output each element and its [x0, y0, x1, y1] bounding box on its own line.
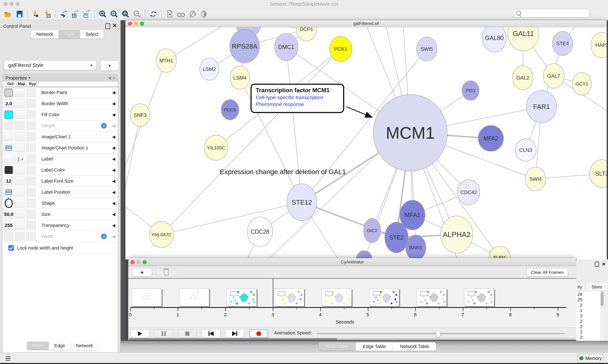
bypass-cell[interactable]: [26, 199, 36, 208]
default-value-cell[interactable]: 255: [4, 221, 14, 230]
tab-edge-table[interactable]: Edge Table: [356, 342, 393, 351]
column-stress[interactable]: Stres: [592, 285, 602, 289]
network-node[interactable]: STE12: [287, 184, 317, 221]
skip-end-button[interactable]: [225, 329, 244, 338]
mapping-cell[interactable]: [15, 221, 25, 230]
clear-all-frames-button[interactable]: Clear All Frames: [527, 268, 568, 277]
network-node[interactable]: ALPHA2: [441, 216, 473, 253]
expand-property-icon[interactable]: ◀: [112, 101, 115, 106]
network-node[interactable]: MTH1: [156, 49, 176, 72]
frame-thumbnail[interactable]: [369, 288, 399, 306]
column-ity[interactable]: ity: [578, 285, 582, 289]
frame-thumbnail[interactable]: [464, 288, 494, 306]
scrollbar-thumb[interactable]: [129, 338, 337, 340]
stop-button[interactable]: [178, 329, 197, 338]
network-node[interactable]: STE4: [553, 31, 573, 56]
export-table-icon[interactable]: [71, 10, 79, 18]
mapping-cell[interactable]: [15, 110, 25, 119]
mapping-cell[interactable]: ⋮›: [15, 155, 25, 163]
expand-property-icon[interactable]: ◀: [112, 168, 115, 172]
network-edge[interactable]: [125, 115, 140, 260]
info-icon[interactable]: i: [101, 123, 107, 129]
playhead[interactable]: [273, 279, 273, 308]
mapping-cell[interactable]: [15, 143, 25, 152]
mapping-cell[interactable]: [15, 132, 25, 141]
default-value-cell[interactable]: [4, 110, 14, 119]
annotation-link[interactable]: Pheromone response: [256, 101, 339, 107]
network-node[interactable]: SWI5: [416, 37, 437, 61]
animation-speed-slider[interactable]: [317, 333, 565, 334]
export-image-icon[interactable]: [82, 10, 91, 18]
expand-property-icon[interactable]: ◀: [112, 112, 115, 117]
save-session-icon[interactable]: [15, 10, 24, 18]
style-options-button[interactable]: ▾: [100, 60, 119, 71]
float-panel-icon[interactable]: [595, 262, 599, 267]
network-node[interactable]: PIS1: [462, 81, 479, 100]
mapping-cell[interactable]: [15, 210, 25, 219]
tab-select[interactable]: Select: [80, 30, 104, 39]
expand-property-icon[interactable]: ◀: [112, 212, 115, 217]
property-row[interactable]: 50.0Size◀: [2, 209, 118, 220]
pause-button[interactable]: [154, 329, 173, 338]
hide-details-icon[interactable]: [188, 10, 197, 18]
panel-list-button[interactable]: [2, 354, 14, 363]
property-row[interactable]: 255Transparency◀: [2, 220, 118, 231]
network-node[interactable]: FAR1: [526, 91, 557, 123]
mapping-cell[interactable]: [15, 88, 25, 97]
lock-size-checkbox[interactable]: [8, 245, 14, 251]
table-cell[interactable]: 2: [576, 329, 582, 335]
property-row[interactable]: Fill Color◀: [2, 109, 118, 120]
mapping-cell[interactable]: [15, 199, 25, 208]
table-cell[interactable]: 2: [576, 335, 582, 340]
network-node[interactable]: MFA2: [478, 125, 503, 151]
property-row[interactable]: Label Position◀: [2, 187, 118, 198]
expand-property-icon[interactable]: ◀: [112, 145, 115, 150]
default-value-cell[interactable]: [4, 143, 14, 152]
network-node[interactable]: CLN3: [515, 139, 536, 161]
tab-network-style[interactable]: Network: [71, 341, 98, 350]
network-node[interactable]: LSM4: [230, 66, 250, 89]
zoom-fit-icon[interactable]: [121, 10, 130, 18]
default-value-cell[interactable]: [4, 232, 14, 241]
annotation-link[interactable]: Cell-type-specific transcription: [256, 95, 339, 100]
style-selector[interactable]: galFiltered Style ▾: [4, 60, 97, 70]
property-row[interactable]: Label Color◀: [2, 165, 118, 176]
frame-thumbnail[interactable]: [274, 288, 304, 306]
default-value-cell[interactable]: 2.0: [4, 99, 14, 108]
table-cell[interactable]: 2: [576, 303, 582, 308]
bypass-cell[interactable]: [26, 210, 36, 219]
info-icon[interactable]: i: [101, 234, 107, 239]
table-cell[interactable]: 1: [576, 308, 582, 313]
network-node[interactable]: YNL047C: [149, 221, 174, 247]
bypass-cell[interactable]: [26, 143, 36, 152]
timeline[interactable]: 0123456789 Seconds: [128, 279, 576, 327]
table-cell[interactable]: 2: [576, 324, 582, 329]
open-session-icon[interactable]: [4, 10, 13, 18]
property-row[interactable]: ⋮›Label◀: [2, 154, 118, 165]
property-row[interactable]: Image/Chart Position 1◀: [2, 143, 118, 154]
frame-thumbnail[interactable]: [132, 288, 162, 306]
network-node[interactable]: GAL80: [482, 27, 506, 52]
default-value-cell[interactable]: [4, 166, 14, 174]
import-table-icon[interactable]: [43, 10, 52, 18]
table-cell[interactable]: 2: [576, 313, 582, 318]
property-row[interactable]: Border Paint◀: [2, 87, 118, 98]
network-node[interactable]: HAP2: [591, 32, 607, 58]
expand-property-icon[interactable]: ◀: [112, 134, 115, 139]
frame-thumbnail[interactable]: [322, 288, 352, 306]
network-node[interactable]: SNF3: [130, 104, 150, 127]
network-node[interactable]: YIL105C: [204, 135, 228, 160]
bypass-cell[interactable]: [26, 99, 36, 108]
tab-node[interactable]: Node: [27, 341, 49, 350]
expand-property-icon[interactable]: ◀: [112, 90, 115, 95]
zoom-icon[interactable]: [140, 22, 144, 26]
tab-node-table[interactable]: Node Table: [318, 342, 356, 351]
network-node[interactable]: MFA1: [400, 200, 425, 230]
tab-network-table[interactable]: Network Table: [393, 342, 436, 351]
bypass-cell[interactable]: [26, 221, 36, 230]
mapping-cell[interactable]: [15, 121, 25, 130]
network-node[interactable]: GIC2: [363, 218, 381, 243]
close-panel-icon[interactable]: ✕: [602, 262, 606, 267]
bypass-cell[interactable]: [26, 132, 36, 141]
bypass-cell[interactable]: [26, 166, 36, 174]
